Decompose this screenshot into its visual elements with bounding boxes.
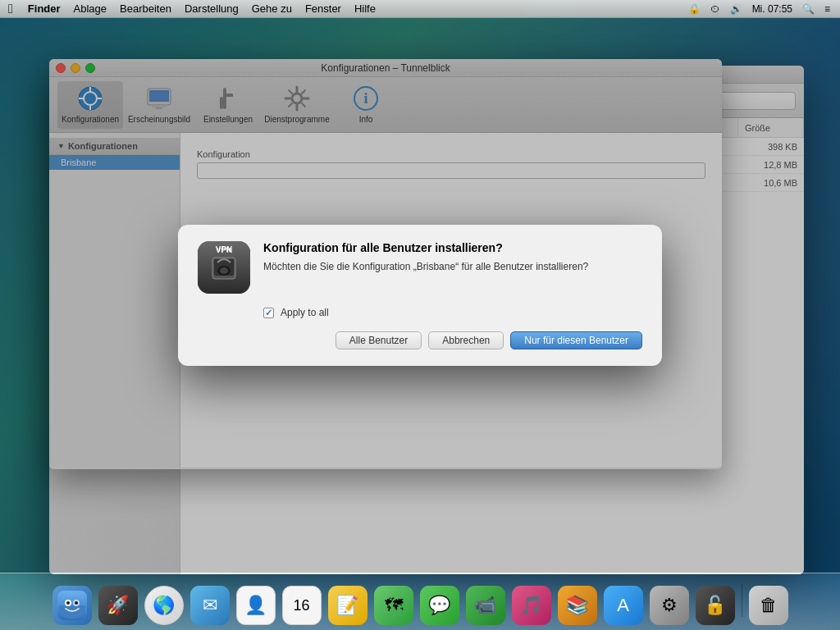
modal-text-area: Konfiguration für alle Benutzer installi…	[263, 241, 642, 294]
menu-bearbeiten[interactable]: Bearbeiten	[113, 0, 178, 18]
modal-buttons: Alle Benutzer Abbrechen Nur für diesen B…	[198, 331, 642, 349]
checkbox-label: Apply to all	[281, 307, 329, 318]
alle-benutzer-button[interactable]: Alle Benutzer	[336, 331, 422, 349]
modal-checkbox-row: ✓ Apply to all	[198, 307, 642, 318]
menu-finder[interactable]: Finder	[21, 0, 67, 18]
vpn-app-icon: VPN	[198, 241, 250, 294]
dock-item-mail[interactable]: ✉	[189, 584, 231, 627]
dock-item-facetime[interactable]: 📹	[464, 584, 507, 627]
svg-point-34	[66, 601, 70, 605]
menubar-clock: Mi. 07:55	[749, 3, 796, 15]
abbrechen-button[interactable]: Abbrechen	[428, 331, 504, 349]
apple-menu[interactable]: 	[0, 0, 21, 18]
menu-hilfe[interactable]: Hilfe	[348, 0, 382, 18]
menubar-notification-icon[interactable]: ≡	[821, 3, 833, 15]
menubar:  Finder Ablage Bearbeiten Darstellung G…	[0, 0, 840, 18]
modal-description: Möchten die Sie die Konfiguration „Brisb…	[263, 259, 642, 274]
dock-item-calendar[interactable]: 16	[281, 584, 323, 627]
menu-ablage[interactable]: Ablage	[67, 0, 113, 18]
dock-item-safari[interactable]: 🌎	[143, 584, 185, 627]
apply-to-all-checkbox[interactable]: ✓	[263, 308, 274, 318]
desktop:  Finder Ablage Bearbeiten Darstellung G…	[0, 0, 840, 630]
dock-item-notes[interactable]: 📝	[326, 584, 369, 627]
modal-dialog: VPN Konfiguration für alle Benutzer inst…	[178, 225, 662, 366]
nur-fuer-diesen-benutzer-button[interactable]: Nur für diesen Benutzer	[510, 331, 642, 349]
svg-point-29	[220, 267, 228, 274]
menubar-sound-icon[interactable]: 🔊	[727, 3, 746, 15]
svg-point-35	[75, 601, 78, 605]
checkbox-checkmark: ✓	[265, 308, 272, 318]
menubar-timemachine-icon: ⏲	[707, 3, 724, 15]
dock-item-syspref[interactable]: ⚙	[648, 584, 691, 627]
menubar-spotlight-icon[interactable]: 🔍	[799, 3, 818, 15]
menu-fenster[interactable]: Fenster	[299, 0, 348, 18]
dock-item-trash[interactable]: 🗑	[747, 584, 790, 627]
svg-text:VPN: VPN	[216, 245, 233, 254]
dock-item-appstore[interactable]: A	[602, 584, 645, 627]
dock-item-itunes[interactable]: 🎵	[510, 584, 553, 627]
dock-item-launchpad[interactable]: 🚀	[97, 584, 139, 627]
dock-item-tunnelblick[interactable]: 🔓	[694, 584, 737, 627]
dock: 🚀 🌎 ✉ 👤 16 📝	[0, 573, 840, 630]
dock-item-messages[interactable]: 💬	[418, 584, 461, 627]
modal-overlay: VPN Konfiguration für alle Benutzer inst…	[0, 18, 840, 573]
modal-title: Konfiguration für alle Benutzer installi…	[263, 241, 642, 254]
dock-item-ibooks[interactable]: 📚	[556, 584, 599, 627]
dock-item-finder[interactable]	[51, 584, 94, 627]
dock-item-maps[interactable]: 🗺	[372, 584, 415, 627]
menu-darstellung[interactable]: Darstellung	[178, 0, 245, 18]
menu-gehe-zu[interactable]: Gehe zu	[245, 0, 299, 18]
dock-item-addressbook[interactable]: 👤	[235, 584, 277, 627]
menubar-lock-icon: 🔒	[685, 3, 704, 15]
